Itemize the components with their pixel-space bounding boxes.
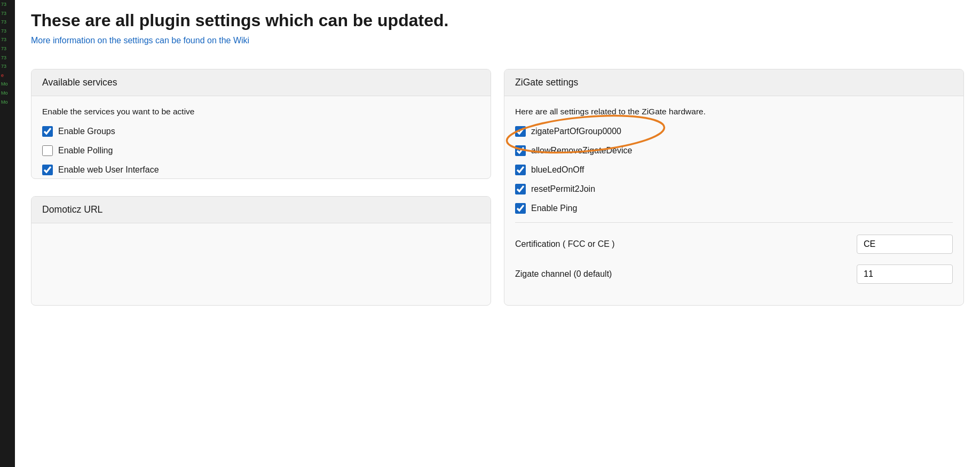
sidebar-line-4: 73 [0, 27, 15, 36]
checkbox-enable-polling-label[interactable]: Enable Polling [58, 146, 113, 155]
checkbox-enable-groups-label[interactable]: Enable Groups [58, 127, 115, 136]
available-services-header: Available services [31, 69, 491, 96]
zigate-channel-input[interactable] [857, 264, 953, 284]
checkbox-enable-polling-input[interactable] [42, 145, 53, 156]
checkbox-zigate-group0000-input[interactable] [515, 126, 526, 137]
sidebar-line-mo2: Mo [0, 89, 15, 98]
checkbox-blue-led-label[interactable]: blueLedOnOff [531, 165, 584, 175]
certification-label: Certification ( FCC or CE ) [515, 239, 857, 249]
sidebar-line-7: 73 [0, 53, 15, 63]
checkbox-enable-webui: Enable web User Interface [42, 165, 480, 175]
checkbox-blue-led: blueLedOnOff [515, 165, 953, 175]
checkbox-enable-ping: Enable Ping [515, 203, 953, 214]
sidebar-labels: 73 73 73 73 73 73 73 73 e Mo Mo Mo [0, 0, 15, 106]
checkbox-allow-remove-zigate: allowRemoveZigateDevice [515, 145, 953, 156]
certification-input[interactable] [857, 235, 953, 254]
available-services-description: Enable the services you want to be activ… [42, 107, 480, 116]
checkbox-zigate-group0000: zigatePartOfGroup0000 [515, 126, 953, 137]
panels-row: Available services Enable the services y… [31, 69, 964, 306]
checkbox-enable-ping-label[interactable]: Enable Ping [531, 204, 577, 213]
checkbox-allow-remove-zigate-label[interactable]: allowRemoveZigateDevice [531, 146, 632, 155]
sidebar-line-mo1: Mo [0, 80, 15, 89]
checkbox-allow-remove-zigate-input[interactable] [515, 145, 526, 156]
certification-field-row: Certification ( FCC or CE ) [515, 235, 953, 254]
checkbox-enable-groups: Enable Groups [42, 126, 480, 137]
page-title: These are all plugin settings which can … [31, 11, 964, 30]
zigate-channel-field-row: Zigate channel (0 default) [515, 264, 953, 284]
zigate-channel-label: Zigate channel (0 default) [515, 269, 857, 279]
checkbox-reset-permit2join-label[interactable]: resetPermit2Join [531, 184, 595, 194]
sidebar-line-5: 73 [0, 35, 15, 44]
main-content: These are all plugin settings which can … [15, 0, 980, 467]
wiki-link[interactable]: More information on the settings can be … [31, 36, 249, 45]
checkbox-enable-ping-input[interactable] [515, 203, 526, 214]
domoticz-url-header: Domoticz URL [31, 197, 491, 223]
checkbox-blue-led-input[interactable] [515, 165, 526, 175]
sidebar-line-mo3: Mo [0, 98, 15, 107]
zigate-settings-description: Here are all settings related to the ZiG… [515, 107, 953, 116]
domoticz-url-panel: Domoticz URL [31, 196, 491, 306]
zigate-settings-header: ZiGate settings [504, 69, 963, 96]
checkbox-enable-polling: Enable Polling [42, 145, 480, 156]
checkbox-enable-webui-input[interactable] [42, 165, 53, 175]
sidebar: 73 73 73 73 73 73 73 73 e Mo Mo Mo [0, 0, 15, 467]
zigate-settings-panel: ZiGate settings Here are all settings re… [504, 69, 964, 306]
sidebar-line-e: e [0, 71, 15, 80]
sidebar-line-3: 73 [0, 18, 15, 27]
checkbox-reset-permit2join: resetPermit2Join [515, 184, 953, 194]
zigate-settings-body: Here are all settings related to the ZiG… [504, 96, 963, 305]
checkbox-enable-webui-label[interactable]: Enable web User Interface [58, 165, 159, 175]
checkbox-enable-groups-input[interactable] [42, 126, 53, 137]
sidebar-line-6: 73 [0, 44, 15, 53]
sidebar-line-2: 73 [0, 9, 15, 18]
available-services-body: Enable the services you want to be activ… [31, 96, 491, 179]
checkbox-zigate-group0000-label[interactable]: zigatePartOfGroup0000 [531, 127, 621, 136]
available-services-panel: Available services Enable the services y… [31, 69, 491, 179]
sidebar-line-8: 73 [0, 62, 15, 71]
sidebar-line-1: 73 [0, 0, 15, 9]
checkbox-reset-permit2join-input[interactable] [515, 184, 526, 194]
